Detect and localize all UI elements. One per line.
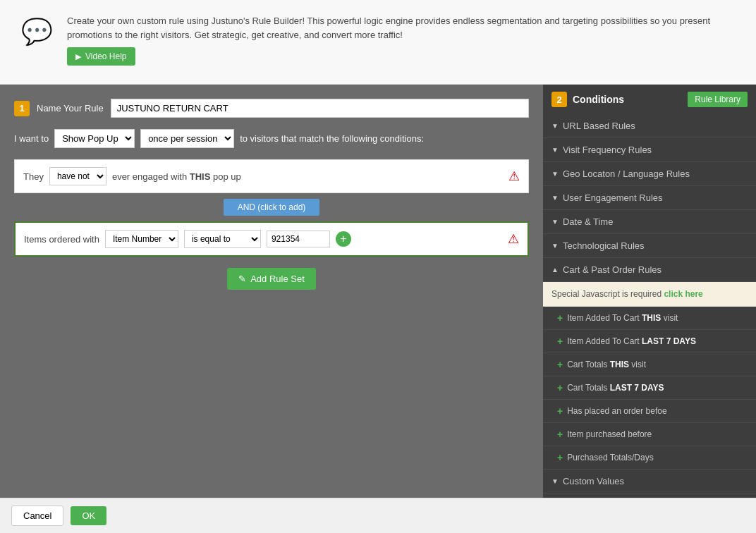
video-help-label: Video Help (85, 51, 127, 61)
rule-sets: They have not have ever engaged with THI… (14, 159, 529, 257)
tech-chevron: ▼ (551, 242, 559, 250)
rule-row-2: Items ordered with Item Number Item Name… (14, 221, 529, 257)
sidebar-item-technological[interactable]: ▼ Technological Rules (543, 234, 756, 258)
main-wrapper: 💬 Create your own custom rule using Just… (0, 0, 756, 533)
custom-values-chevron: ▼ (551, 477, 559, 485)
rule-text-1: ever engaged with THIS pop up (112, 171, 241, 182)
and-connector: AND (click to add) (14, 199, 529, 216)
play-icon: ▶ (75, 52, 81, 61)
add-rule-set-button[interactable]: ✎ Add Rule Set (227, 268, 316, 290)
url-based-chevron: ▼ (551, 122, 559, 130)
rule-set-inner: Items ordered with Item Number Item Name… (24, 230, 519, 248)
left-panel: 1 Name Your Rule I want to Show Pop Up H… (0, 85, 543, 498)
right-header: 2 Conditions Rule Library (543, 85, 756, 114)
i-want-to-label: I want to (14, 133, 49, 144)
rule-subject-2: Items ordered with (24, 234, 99, 245)
step2-badge: 2 (551, 92, 567, 107)
conditions-suffix: to visitors that match the following con… (240, 133, 424, 144)
rule-name-input[interactable] (111, 99, 529, 118)
sidebar-item-has-placed-order[interactable]: + Has placed an order befoe (543, 400, 756, 423)
sidebar-item-cart-past-order[interactable]: ▲ Cart & Past Order Rules (543, 258, 756, 282)
plus-icon-2: + (557, 336, 563, 347)
item-added-cart-last7-label: Item Added To Cart LAST 7 DAYS (567, 336, 696, 346)
right-panel: 2 Conditions Rule Library ▼ URL Based Ru… (543, 85, 756, 498)
sidebar-item-cart-totals-last7[interactable]: + Cart Totals LAST 7 DAYS (543, 376, 756, 400)
rule-subject-1: They (23, 171, 44, 182)
add-rule-set-icon: ✎ (238, 274, 246, 284)
item-purchased-before-label: Item purchased before (567, 429, 652, 439)
purchased-totals-days-label: Purchased Totals/Days (567, 453, 654, 462)
step1-label: Name Your Rule (37, 103, 104, 114)
plus-icon-1: + (557, 312, 563, 324)
sidebar-item-date-time[interactable]: ▼ Date & Time (543, 210, 756, 234)
cart-totals-last7-label: Cart Totals LAST 7 DAYS (567, 383, 664, 393)
sidebar-item-item-added-cart-last7[interactable]: + Item Added To Cart LAST 7 DAYS (543, 330, 756, 353)
custom-values-label: Custom Values (563, 476, 624, 486)
special-js-text: Special Javascript is required (551, 289, 664, 299)
geo-loc-label: Geo Locaton / Language Rules (563, 169, 690, 179)
rule-type-select[interactable]: Item Number Item Name SKU (105, 230, 178, 248)
step1-badge: 1 (14, 101, 30, 116)
condition-row: I want to Show Pop Up Hide Pop Up once p… (14, 129, 529, 148)
plus-icon-5: + (557, 405, 563, 417)
and-button[interactable]: AND (click to add) (224, 199, 320, 216)
special-js-link[interactable]: click here (664, 289, 702, 299)
sidebar-item-user-engagement[interactable]: ▼ User Engagement Rules (543, 186, 756, 210)
plus-icon-7: + (557, 452, 563, 463)
remove-rule-2-button[interactable]: ⚠ (508, 233, 519, 245)
rule-operator-select[interactable]: is equal to is not equal to contains (184, 230, 261, 248)
chat-bubble-icon: 💬 (21, 17, 53, 47)
remove-rule-1-button[interactable]: ⚠ (508, 170, 520, 183)
user-engage-label: User Engagement Rules (563, 192, 663, 203)
cart-chevron: ▲ (551, 266, 559, 274)
cancel-button[interactable]: Cancel (11, 506, 63, 526)
sidebar-item-cart-totals-this[interactable]: + Cart Totals THIS visit (543, 353, 756, 376)
add-condition-button[interactable]: + (336, 231, 351, 247)
sidebar-item-purchased-totals-days[interactable]: + Purchased Totals/Days (543, 446, 756, 470)
plus-icon-4: + (557, 382, 563, 393)
date-time-chevron: ▼ (551, 218, 559, 226)
top-banner: 💬 Create your own custom rule using Just… (0, 0, 756, 85)
tech-label: Technological Rules (563, 240, 645, 251)
rule-library-button[interactable]: Rule Library (688, 92, 748, 107)
visit-freq-chevron: ▼ (551, 146, 559, 154)
ok-button[interactable]: OK (71, 506, 106, 525)
user-engage-chevron: ▼ (551, 194, 559, 202)
date-time-label: Date & Time (563, 216, 614, 227)
special-js-notice: Special Javascript is required click her… (543, 282, 756, 307)
banner-text: Create your own custom rule using Justun… (67, 14, 735, 42)
cart-totals-this-label: Cart Totals THIS visit (567, 360, 646, 369)
has-placed-order-label: Has placed an order befoe (567, 406, 666, 416)
footer: Cancel OK (0, 498, 756, 533)
url-based-label: URL Based Rules (563, 121, 635, 131)
cart-label: Cart & Past Order Rules (563, 264, 662, 275)
action-select[interactable]: Show Pop Up Hide Pop Up (54, 129, 135, 148)
rule-condition-select-1[interactable]: have not have (49, 167, 106, 185)
visit-freq-label: Visit Frequency Rules (563, 145, 652, 155)
rule-value-input[interactable] (267, 231, 330, 247)
sidebar-item-item-added-cart-this[interactable]: + Item Added To Cart THIS visit (543, 307, 756, 330)
sidebar-item-visit-frequency[interactable]: ▼ Visit Frequency Rules (543, 138, 756, 162)
step1-header: 1 Name Your Rule (14, 99, 529, 118)
item-added-cart-this-label: Item Added To Cart THIS visit (567, 313, 678, 323)
add-rule-set-label: Add Rule Set (250, 274, 305, 284)
plus-icon-3: + (557, 359, 563, 370)
sidebar-item-custom-values[interactable]: ▼ Custom Values (543, 470, 756, 494)
rule-row-1: They have not have ever engaged with THI… (14, 159, 529, 193)
conditions-title: Conditions (573, 94, 682, 105)
sidebar-item-geo-location[interactable]: ▼ Geo Locaton / Language Rules (543, 162, 756, 186)
geo-loc-chevron: ▼ (551, 170, 559, 178)
sidebar-item-item-purchased-before[interactable]: + Item purchased before (543, 423, 756, 446)
video-help-button[interactable]: ▶ Video Help (67, 47, 135, 66)
sidebar-item-url-based[interactable]: ▼ URL Based Rules (543, 114, 756, 138)
frequency-select[interactable]: once per session every page once per day (140, 129, 234, 148)
content-area: 1 Name Your Rule I want to Show Pop Up H… (0, 85, 756, 498)
plus-icon-6: + (557, 429, 563, 440)
